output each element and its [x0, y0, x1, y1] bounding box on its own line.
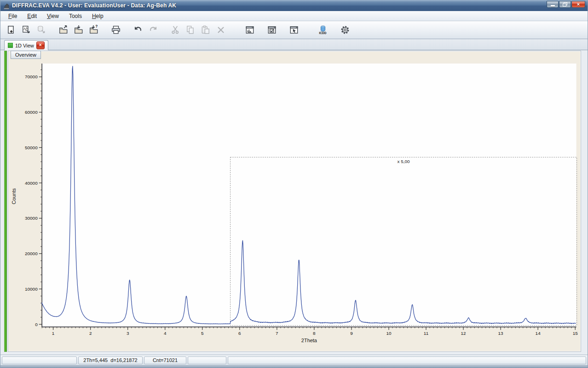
toolbar-export[interactable]	[56, 23, 70, 37]
undo-icon	[133, 25, 143, 35]
diffraction-chart[interactable]: x 5,001234567891011121314150100002000030…	[8, 51, 581, 351]
plot-area[interactable]	[42, 64, 576, 327]
x-tick-label: 4	[164, 331, 167, 336]
x-tick-label: 2	[89, 331, 92, 336]
window-frame-bottom	[0, 365, 588, 368]
toolbar: ?	[0, 21, 588, 39]
copy-icon	[185, 25, 196, 35]
x-tick-label: 5	[201, 331, 204, 336]
status-segment-1: 2Th=5,445 d=16,21872	[78, 356, 143, 364]
toolbar-load-file[interactable]	[71, 23, 86, 37]
tab-bar: 1D View ×	[0, 39, 588, 50]
close-button[interactable]: ×	[571, 1, 585, 8]
redo-icon	[148, 25, 158, 35]
toolbar-paste[interactable]	[198, 23, 213, 37]
scale-factor-label: x 5,00	[398, 159, 410, 164]
status-segment-3	[188, 356, 226, 364]
toolbar-settings[interactable]	[338, 23, 352, 37]
y-tick-label: 30000	[25, 216, 38, 221]
delete-icon	[216, 25, 226, 35]
cursor-window-icon	[289, 25, 299, 35]
menu-bar: FileEditViewToolsHelp	[0, 11, 588, 21]
y-tick-label: 0	[35, 322, 38, 327]
toolbar-copy[interactable]	[183, 23, 197, 37]
new-document-icon	[6, 25, 16, 35]
menu-item-help[interactable]: Help	[87, 12, 109, 21]
app-window: DIFFRAC.EVA V4.2 - User: EvaluationUser …	[0, 0, 588, 368]
menu-item-edit[interactable]: Edit	[22, 12, 42, 21]
y-tick-label: 70000	[25, 74, 38, 79]
toolbar-import-from-database[interactable]	[34, 23, 48, 37]
minimize-button[interactable]	[547, 1, 559, 8]
checkbox-window-icon	[267, 25, 277, 35]
x-tick-label: 9	[350, 331, 353, 336]
x-tick-label: 12	[461, 331, 467, 336]
toolbar-new-document[interactable]	[4, 23, 18, 37]
toolbar-redo[interactable]	[146, 23, 160, 37]
y-tick-label: 20000	[25, 251, 38, 256]
import-scan-icon	[21, 25, 31, 35]
svg-text:?: ?	[95, 25, 98, 29]
x-tick-label: 10	[386, 331, 392, 336]
toolbar-icdd-database[interactable]: ICDD	[316, 23, 330, 37]
x-tick-label: 3	[127, 331, 129, 336]
scan-color-swatch-icon	[8, 43, 13, 48]
menu-item-tools[interactable]: Tools	[64, 12, 87, 21]
tab-1d-view-label: 1D View	[15, 43, 34, 48]
tab-overview[interactable]: Overview	[11, 51, 41, 59]
y-tick-label: 50000	[25, 145, 38, 150]
minimize-icon	[551, 5, 555, 6]
app-icon	[3, 2, 10, 10]
toolbar-delete[interactable]	[213, 23, 228, 37]
database-import-icon	[36, 25, 46, 35]
toolbar-data-view-window[interactable]	[242, 23, 257, 37]
toolbar-select-window[interactable]	[287, 23, 301, 37]
data-window-icon	[245, 25, 255, 35]
x-tick-label: 6	[238, 331, 241, 336]
x-tick-label: 1	[52, 331, 55, 336]
x-tick-label: 14	[536, 331, 541, 336]
cut-icon	[170, 25, 180, 35]
close-icon: ×	[577, 2, 580, 7]
tab-1d-view[interactable]: 1D View ×	[4, 40, 48, 50]
menu-item-file[interactable]: File	[3, 12, 22, 21]
chart-panel: x 5,001234567891011121314150100002000030…	[8, 51, 581, 352]
paste-icon	[201, 25, 211, 35]
window-title: DIFFRAC.EVA V4.2 - User: EvaluationUser …	[12, 2, 176, 9]
status-bar: 2Th=5,445 d=16,21872Cnt=71021	[0, 355, 588, 365]
gear-icon	[340, 25, 350, 35]
toolbar-options-window[interactable]	[265, 23, 279, 37]
x-axis-title: 2Theta	[301, 338, 317, 343]
y-tick-label: 40000	[25, 181, 38, 186]
toolbar-import-scan[interactable]	[19, 23, 33, 37]
restore-button[interactable]	[559, 1, 571, 8]
x-tick-label: 15	[573, 331, 578, 336]
title-bar: DIFFRAC.EVA V4.2 - User: EvaluationUser …	[0, 0, 588, 12]
restore-icon	[563, 2, 567, 6]
scan-legend-bar[interactable]	[4, 51, 7, 352]
load-folder-icon	[74, 25, 84, 35]
toolbar-print[interactable]	[109, 23, 123, 37]
status-segment-4	[228, 356, 586, 364]
status-segment-2: Cnt=71021	[144, 356, 186, 364]
toolbar-cut[interactable]	[168, 23, 182, 37]
print-icon	[111, 25, 121, 35]
x-tick-label: 13	[498, 331, 504, 336]
load-query-icon: ?	[89, 25, 99, 35]
client-area: Overview x 5,001234567891011121314150100…	[0, 50, 588, 355]
export-folder-icon	[58, 25, 69, 35]
x-tick-label: 7	[276, 331, 278, 336]
x-tick-label: 8	[313, 331, 316, 336]
menu-item-view[interactable]: View	[42, 12, 64, 21]
y-tick-label: 60000	[25, 110, 38, 115]
toolbar-load-with-query[interactable]: ?	[86, 23, 101, 37]
toolbar-undo[interactable]	[131, 23, 145, 37]
y-axis-title: Counts	[11, 188, 17, 204]
tab-close-button[interactable]: ×	[36, 41, 45, 49]
icdd-label: ICDD	[319, 32, 327, 35]
status-segment-0	[2, 356, 77, 364]
y-tick-label: 10000	[25, 286, 38, 292]
x-tick-label: 11	[424, 331, 429, 336]
